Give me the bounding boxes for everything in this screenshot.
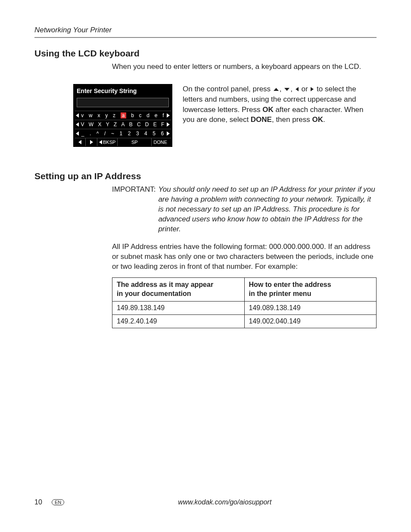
lcd-row-1: vwxyzabcdef [74,111,171,120]
footer-url: www.kodak.com/go/aiosupport [73,498,377,506]
table-header-2: How to enter the address in the printer … [244,278,377,302]
lcd-key: c [139,112,142,118]
intro-text: When you need to enter letters or number… [112,62,377,72]
lcd-key: / [104,131,106,137]
nav-right-icon [86,138,97,146]
lcd-key: ^ [97,131,100,137]
lcd-key: 6 [161,131,165,137]
lcd-key: x [98,112,101,118]
lcd-row-1-keys: vwxyzabcdef [79,112,167,118]
lcd-key: w [89,112,93,118]
lcd-key: 2 [128,131,131,137]
lcd-key: a [121,112,127,118]
page-number: 10 [34,498,52,506]
lcd-key: A [121,121,125,128]
sp-key: SP [118,138,152,146]
heading-lcd-keyboard: Using the LCD keyboard [34,48,377,59]
lcd-key: b [131,112,134,118]
lcd-key: W [89,121,94,128]
table-row: 149.2.40.149 149.002.040.149 [112,315,377,328]
left-arrow-icon [76,113,79,118]
lcd-key: _ [81,131,85,137]
lcd-key: C [137,121,141,128]
lcd-bottom-row: BKSP SP DONE [74,138,171,146]
lcd-key: E [153,121,157,128]
lcd-instructions: On the control panel, press , , or to se… [183,84,377,125]
right-arrow-icon [311,87,314,91]
right-arrow-icon [167,122,170,127]
important-text: You should only need to set up an IP Add… [158,185,377,234]
left-arrow-icon [76,131,79,136]
heading-ip-address: Setting up an IP Address [34,171,377,181]
language-badge: EN [52,499,64,505]
important-note: IMPORTANT: You should only need to set u… [112,185,377,234]
lcd-title: Enter Security String [74,85,171,96]
lcd-row-2: VWXYZABCDEF [74,120,171,129]
lcd-row-3: _.^/~123456 [74,129,171,138]
important-label: IMPORTANT: [112,185,156,234]
lcd-key: Y [106,121,110,128]
lcd-key: 3 [136,131,140,137]
bksp-key: BKSP [97,138,118,146]
ip-format-text: All IP Address entries have the followin… [112,242,377,272]
nav-left-icon [74,138,86,146]
lcd-key: e [155,112,158,118]
lcd-key: . [90,131,91,137]
lcd-key: F [161,121,165,128]
down-arrow-icon [284,88,290,91]
lcd-key: d [146,112,150,118]
lcd-keyboard-figure: Enter Security String vwxyzabcdef VWXYZA… [73,84,172,147]
lcd-key: D [145,121,149,128]
lcd-key: f [162,112,164,118]
right-arrow-icon [167,113,170,118]
left-arrow-icon [76,122,79,127]
right-arrow-icon [167,131,170,136]
lcd-row-2-keys: VWXYZABCDEF [79,121,167,128]
ip-address-table: The address as it may appear in your doc… [112,277,377,328]
lcd-key: V [81,121,85,128]
lcd-row-3-keys: _.^/~123456 [79,131,167,137]
lcd-key: B [129,121,133,128]
lcd-key: v [81,112,84,118]
lcd-key: y [105,112,108,118]
lcd-key: 4 [144,131,148,137]
left-arrow-icon [296,87,299,91]
lcd-key: Z [114,121,117,128]
done-key: DONE [152,138,171,146]
lcd-key: ~ [111,131,115,137]
page-footer: 10 EN www.kodak.com/go/aiosupport [34,498,377,506]
table-header-1: The address as it may appear in your doc… [112,278,245,302]
up-arrow-icon [274,88,279,91]
lcd-key: z [113,112,116,118]
lcd-key: 1 [119,131,123,137]
table-row: 149.89.138.149 149.089.138.149 [112,302,377,315]
running-header: Networking Your Printer [34,26,377,38]
lcd-input-box [77,98,169,107]
lcd-key: X [98,121,102,128]
lcd-key: 5 [153,131,156,137]
